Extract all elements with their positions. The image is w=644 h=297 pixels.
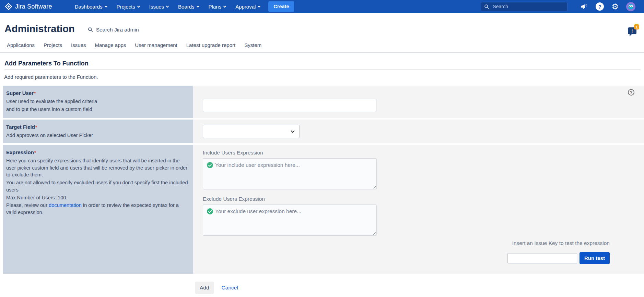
search-icon <box>88 27 93 32</box>
super-user-row: Super User* User used to evaluate the ap… <box>3 86 644 118</box>
chevron-down-icon <box>104 4 107 7</box>
nav-menu-label: Projects <box>117 4 135 10</box>
field-description: and to put the users into a custom field <box>6 106 188 113</box>
nav-menu-label: Issues <box>149 4 164 10</box>
top-navbar: Jira Software Dashboards Projects Issues… <box>0 0 644 13</box>
resize-handle[interactable] <box>372 231 376 235</box>
chevron-down-icon <box>196 4 199 7</box>
target-field-select[interactable] <box>203 125 300 138</box>
jira-brand[interactable]: Jira Software <box>5 3 52 10</box>
user-avatar[interactable] <box>626 2 635 11</box>
question-mark-glyph: ? <box>596 2 604 11</box>
gear-glyph: ⚙ <box>611 3 619 11</box>
target-field-label-cell: Target Field* Add approvers on selected … <box>3 120 193 143</box>
help-icon[interactable]: ? <box>596 2 604 11</box>
field-description: Max Number of Users: 100. <box>6 194 188 201</box>
issue-key-input[interactable] <box>507 253 577 263</box>
section-subtitle: Add required parameters to the Function. <box>4 74 644 80</box>
page-title: Administration <box>4 23 75 35</box>
chevron-down-icon <box>223 4 226 7</box>
field-label: Expression* <box>6 149 188 155</box>
add-button[interactable]: Add <box>195 282 214 294</box>
chevron-down-icon <box>166 4 169 7</box>
chevron-down-icon <box>291 129 294 133</box>
chevron-down-icon <box>137 4 140 7</box>
expression-input-cell: Include Users Expression Your include us… <box>193 145 644 274</box>
tab-projects[interactable]: Projects <box>39 42 67 52</box>
field-description: Here you can specify expressions that id… <box>6 157 188 178</box>
target-field-row: Target Field* Add approvers on selected … <box>3 120 644 143</box>
include-expression-label: Include Users Expression <box>203 150 644 156</box>
super-user-input-cell: ? <box>193 86 644 118</box>
tab-user-management[interactable]: User management <box>130 42 182 52</box>
tab-applications[interactable]: Applications <box>2 42 39 52</box>
field-description: Add approvers on selected User Picker <box>6 132 188 139</box>
nav-menu-label: Dashboards <box>75 4 103 10</box>
admin-search-input[interactable] <box>95 26 161 33</box>
super-user-label-cell: Super User* User used to evaluate the ap… <box>3 86 193 118</box>
documentation-link[interactable]: documentation <box>49 202 82 208</box>
expression-test-area: Insert an Issue Key to test the expressi… <box>507 240 610 264</box>
super-user-input[interactable] <box>203 99 376 112</box>
tab-system[interactable]: System <box>240 42 266 52</box>
run-test-button[interactable]: Run test <box>579 252 610 264</box>
field-description: User used to evaluate the applied criter… <box>6 98 188 105</box>
admin-header: Administration <box>0 13 644 35</box>
description-text: Please, review our <box>6 202 49 208</box>
nav-menu-label: Boards <box>178 4 195 10</box>
notification-bubble-icon[interactable]: ! 1 <box>628 27 636 34</box>
create-button[interactable]: Create <box>268 1 294 12</box>
admin-tabs: Applications Projects Issues Manage apps… <box>0 35 644 53</box>
notification-badge: 1 <box>634 24 639 29</box>
exclude-expression-label: Exclude Users Expression <box>203 196 644 202</box>
global-search[interactable] <box>481 2 567 11</box>
brand-name: Jira Software <box>15 3 52 10</box>
section-title: Add Parameters To Function <box>4 60 641 70</box>
exclude-expression-textarea[interactable]: Your exclude user expression here... <box>203 205 377 236</box>
exclamation-glyph: ! <box>631 28 633 34</box>
expression-label-cell: Expression* Here you can specify express… <box>3 145 193 274</box>
target-field-input-cell <box>193 120 644 143</box>
nav-menu-boards[interactable]: Boards <box>173 0 204 13</box>
expression-row: Expression* Here you can specify express… <box>3 145 644 274</box>
global-search-input[interactable] <box>492 3 564 10</box>
nav-menu-issues[interactable]: Issues <box>144 0 173 13</box>
nav-menu-approval[interactable]: Approval <box>231 0 265 13</box>
nav-menu-label: Plans <box>209 4 222 10</box>
issue-key-hint: Insert an Issue Key to test the expressi… <box>507 240 610 246</box>
required-asterisk: * <box>34 150 36 155</box>
valid-check-icon <box>207 162 213 168</box>
gear-icon[interactable]: ⚙ <box>611 3 619 11</box>
required-asterisk: * <box>35 125 37 130</box>
nav-menu-dashboards[interactable]: Dashboards <box>70 0 112 13</box>
cancel-link[interactable]: Cancel <box>222 285 238 291</box>
parameters-form: Super User* User used to evaluate the ap… <box>3 86 644 274</box>
valid-check-icon <box>207 208 213 214</box>
required-asterisk: * <box>34 91 36 96</box>
include-expression-textarea[interactable]: Your include user expression here... <box>203 158 377 189</box>
textarea-placeholder: Your include user expression here... <box>215 162 300 168</box>
form-actions: Add Cancel <box>195 282 644 294</box>
field-description: You are not allowed to specify excluded … <box>6 179 188 193</box>
nav-menu-projects[interactable]: Projects <box>112 0 144 13</box>
tab-issues[interactable]: Issues <box>67 42 90 52</box>
search-icon <box>484 4 489 9</box>
chevron-down-icon <box>258 4 260 7</box>
tab-latest-upgrade-report[interactable]: Latest upgrade report <box>182 42 240 52</box>
textarea-placeholder: Your exclude user expression here... <box>215 208 301 214</box>
feedback-megaphone-icon[interactable] <box>580 2 589 11</box>
jira-logo-icon <box>5 3 12 10</box>
nav-menu-plans[interactable]: Plans <box>204 0 231 13</box>
contextual-help-icon[interactable]: ? <box>628 89 634 96</box>
field-description: Please, review our documentation in orde… <box>6 202 188 216</box>
nav-menu-label: Approval <box>235 4 256 10</box>
field-label: Super User* <box>6 90 188 96</box>
tab-manage-apps[interactable]: Manage apps <box>90 42 130 52</box>
resize-handle[interactable] <box>372 185 376 188</box>
admin-search[interactable] <box>88 26 161 33</box>
field-label: Target Field* <box>6 124 188 130</box>
